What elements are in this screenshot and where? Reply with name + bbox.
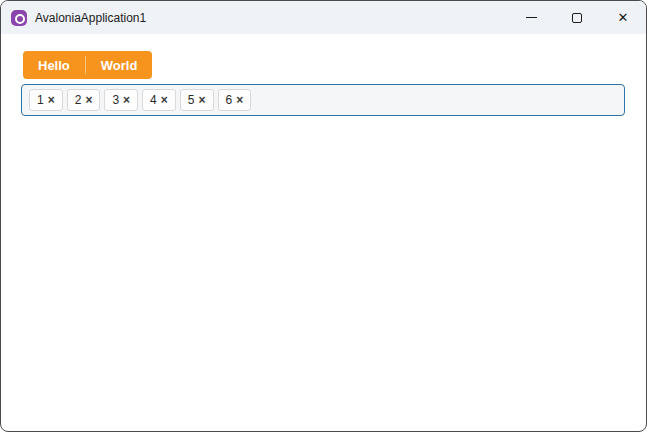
chip[interactable]: 3× <box>104 89 138 111</box>
minimize-icon <box>526 17 537 18</box>
window-content: Hello World 1×2×3×4×5×6× <box>1 34 646 116</box>
hello-world-split-button: Hello World <box>23 51 152 79</box>
chip[interactable]: 6× <box>218 89 252 111</box>
maximize-icon <box>572 13 582 23</box>
close-icon: ✕ <box>618 11 629 24</box>
window-title: AvaloniaApplication1 <box>35 11 146 25</box>
chip-label: 6 <box>226 93 233 107</box>
chips-container[interactable]: 1×2×3×4×5×6× <box>21 84 625 116</box>
chip-remove-icon[interactable]: × <box>161 94 168 106</box>
chip[interactable]: 4× <box>142 89 176 111</box>
chip-label: 1 <box>37 93 44 107</box>
minimize-button[interactable] <box>508 1 554 34</box>
close-button[interactable]: ✕ <box>600 1 646 34</box>
chip[interactable]: 5× <box>180 89 214 111</box>
chip[interactable]: 2× <box>67 89 101 111</box>
chip-label: 2 <box>75 93 82 107</box>
chip-remove-icon[interactable]: × <box>48 94 55 106</box>
hello-button[interactable]: Hello <box>23 51 85 79</box>
app-window: AvaloniaApplication1 ✕ Hello World 1×2×3… <box>0 0 647 432</box>
chip-label: 5 <box>188 93 195 107</box>
avalonia-logo-icon <box>11 10 27 26</box>
chip[interactable]: 1× <box>29 89 63 111</box>
caption-buttons: ✕ <box>508 1 646 34</box>
chip-remove-icon[interactable]: × <box>199 94 206 106</box>
chip-remove-icon[interactable]: × <box>123 94 130 106</box>
chip-remove-icon[interactable]: × <box>85 94 92 106</box>
maximize-button[interactable] <box>554 1 600 34</box>
title-bar[interactable]: AvaloniaApplication1 ✕ <box>1 1 646 34</box>
chip-remove-icon[interactable]: × <box>236 94 243 106</box>
chip-label: 3 <box>112 93 119 107</box>
chip-label: 4 <box>150 93 157 107</box>
world-button[interactable]: World <box>86 51 153 79</box>
